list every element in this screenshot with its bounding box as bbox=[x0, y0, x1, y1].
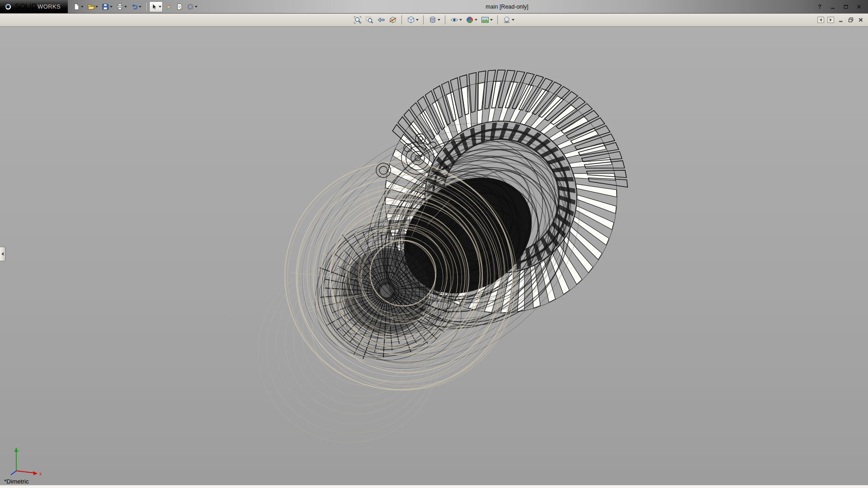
zoom-to-fit-button[interactable] bbox=[352, 14, 363, 25]
close-icon bbox=[856, 4, 862, 9]
dropdown-caret-icon bbox=[438, 19, 440, 21]
orientation-triad[interactable]: x bbox=[5, 445, 47, 478]
minimize-icon bbox=[830, 4, 835, 9]
view-orientation-cube-icon bbox=[407, 16, 415, 24]
dropdown-caret-icon bbox=[139, 6, 142, 8]
select-cursor-icon bbox=[151, 3, 158, 10]
dropdown-caret-icon bbox=[81, 6, 84, 8]
featuremanager-collapsed-tab[interactable] bbox=[0, 247, 5, 261]
dropdown-caret-icon bbox=[159, 6, 161, 8]
headsup-bar bbox=[0, 14, 868, 27]
help-button[interactable]: ? bbox=[815, 2, 824, 11]
titlebar: SOLID WORKS main [Read-only] ? bbox=[0, 0, 868, 14]
undo-icon bbox=[131, 3, 138, 10]
status-strip bbox=[0, 485, 868, 488]
display-style-button[interactable] bbox=[427, 14, 442, 25]
edit-appearance-ball-icon bbox=[466, 16, 474, 24]
nav-back-icon bbox=[817, 17, 824, 23]
triad-y-axis bbox=[14, 447, 19, 471]
hide-show-items-button[interactable] bbox=[449, 14, 463, 25]
doc-minimize-button[interactable] bbox=[837, 16, 844, 23]
triad-x-axis: x bbox=[16, 471, 42, 476]
nav-forward-icon bbox=[827, 17, 834, 23]
apply-scene-button[interactable] bbox=[480, 14, 494, 25]
doc-restore-button[interactable] bbox=[847, 16, 854, 23]
dropdown-caret-icon bbox=[95, 6, 98, 8]
dassault-logo-icon bbox=[4, 3, 12, 11]
previous-view-icon bbox=[377, 16, 385, 24]
triad-x-label: x bbox=[39, 471, 42, 476]
file-properties-button[interactable] bbox=[175, 1, 184, 12]
close-button[interactable] bbox=[854, 2, 863, 11]
open-button[interactable] bbox=[86, 1, 99, 12]
save-floppy-icon bbox=[102, 3, 109, 10]
doc-minimize-icon bbox=[838, 17, 844, 23]
engine-wireframe-model[interactable] bbox=[0, 27, 868, 485]
dropdown-caret-icon bbox=[195, 6, 198, 8]
triad-z-axis bbox=[11, 471, 16, 475]
zoom-to-area-icon bbox=[365, 16, 373, 24]
options-button[interactable] bbox=[185, 1, 199, 12]
edit-appearance-button[interactable] bbox=[464, 14, 479, 25]
expand-panel-arrow-icon bbox=[1, 252, 4, 256]
select-button[interactable] bbox=[149, 1, 163, 12]
previous-view-button[interactable] bbox=[376, 14, 387, 25]
print-icon bbox=[116, 3, 123, 10]
dropdown-caret-icon bbox=[490, 19, 493, 21]
toolbar-separator bbox=[423, 15, 424, 24]
toolbar-separator bbox=[497, 15, 498, 24]
rebuild-button[interactable] bbox=[164, 1, 174, 12]
headsup-view-toolbar bbox=[352, 14, 516, 26]
zoom-to-area-button[interactable] bbox=[364, 14, 375, 25]
solidworks-menu-logo[interactable]: SOLID WORKS bbox=[0, 0, 68, 13]
doc-restore-icon bbox=[848, 17, 854, 23]
dropdown-caret-icon bbox=[459, 19, 462, 21]
maximize-button[interactable] bbox=[841, 2, 850, 11]
view-orientation-button[interactable] bbox=[406, 14, 420, 25]
doc-close-icon bbox=[858, 17, 863, 23]
new-button[interactable] bbox=[71, 1, 85, 12]
toolbar-separator bbox=[401, 15, 402, 24]
apply-scene-icon bbox=[481, 16, 489, 24]
print-button[interactable] bbox=[115, 1, 128, 12]
document-window-controls bbox=[817, 14, 864, 26]
nav-back-button[interactable] bbox=[817, 16, 825, 23]
section-view-icon bbox=[389, 16, 397, 24]
section-view-button[interactable] bbox=[387, 14, 398, 25]
maximize-icon bbox=[843, 4, 849, 9]
dropdown-caret-icon bbox=[416, 19, 419, 21]
dropdown-caret-icon bbox=[475, 19, 477, 21]
toolbar-separator bbox=[146, 3, 146, 11]
doc-close-button[interactable] bbox=[857, 16, 864, 23]
menu-toolbar bbox=[71, 1, 199, 12]
display-style-icon bbox=[429, 16, 437, 24]
hide-show-items-eye-icon bbox=[450, 16, 458, 24]
dropdown-caret-icon bbox=[512, 19, 514, 21]
dropdown-caret-icon bbox=[110, 6, 113, 8]
rebuild-traffic-light-icon bbox=[165, 3, 172, 10]
options-gear-icon bbox=[187, 3, 194, 10]
app-window-controls: ? bbox=[815, 2, 868, 11]
zoom-to-fit-icon bbox=[354, 16, 362, 24]
dropdown-caret-icon bbox=[124, 6, 127, 8]
solidworks-window: SOLID WORKS main [Read-only] ? x bbox=[0, 0, 868, 488]
save-button[interactable] bbox=[100, 1, 114, 12]
document-title: main [Read-only] bbox=[199, 4, 815, 10]
minimize-button[interactable] bbox=[828, 2, 837, 11]
view-settings-shadow-icon bbox=[503, 16, 511, 24]
brand-works-text: WORKS bbox=[38, 3, 61, 10]
open-folder-icon bbox=[87, 3, 94, 10]
brand-solid-text: SOLID bbox=[15, 3, 37, 11]
file-properties-icon bbox=[176, 3, 183, 10]
undo-button[interactable] bbox=[129, 1, 143, 12]
graphics-viewport[interactable]: x *Dimetric bbox=[0, 27, 868, 485]
view-settings-button[interactable] bbox=[501, 14, 516, 25]
toolbar-separator bbox=[445, 15, 446, 24]
nav-forward-button[interactable] bbox=[827, 16, 835, 23]
new-document-icon bbox=[73, 3, 80, 10]
view-orientation-label: *Dimetric bbox=[4, 478, 29, 485]
